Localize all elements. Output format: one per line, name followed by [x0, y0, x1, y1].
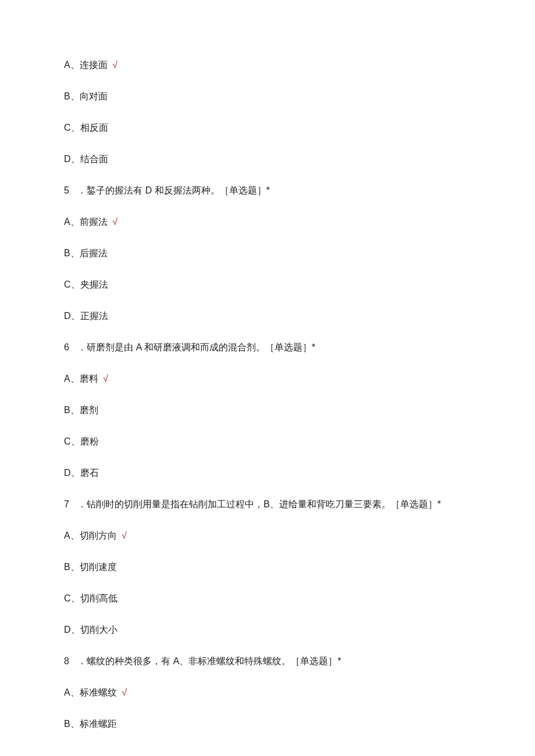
- option-q4-a: A、连接面 √: [64, 58, 471, 72]
- option-label: C、夹握法: [64, 280, 108, 289]
- option-q5-d: D、正握法: [64, 309, 471, 323]
- option-q6-d: D、磨石: [64, 466, 471, 480]
- option-label: C、切削高低: [64, 593, 117, 603]
- option-q7-c: C、切削高低: [64, 592, 471, 605]
- question-text: ．研磨剂是由 A 和研磨液调和而成的混合剂。［单选题］*: [77, 342, 315, 352]
- option-q7-a: A、切削方向 √: [64, 529, 471, 543]
- option-label: C、磨粉: [64, 436, 99, 446]
- document-page: A、连接面 √ B、向对面 C、相反面 D、结合面 5 ．錾子的握法有 D 和反…: [0, 0, 535, 756]
- question-text: ．錾子的握法有 D 和反握法两种。［单选题］*: [77, 185, 270, 195]
- option-label: C、相反面: [64, 123, 108, 132]
- option-label: B、后握法: [64, 248, 108, 258]
- check-icon: √: [112, 217, 117, 227]
- question-8: 8 ．螺纹的种类很多，有 A、非标准螺纹和特殊螺纹。［单选题］*: [64, 654, 471, 668]
- option-label: B、向对面: [64, 91, 108, 101]
- check-icon: √: [122, 687, 127, 697]
- option-label: A、切削方向: [64, 531, 117, 540]
- option-q4-b: B、向对面: [64, 89, 471, 103]
- question-6: 6 ．研磨剂是由 A 和研磨液调和而成的混合剂。［单选题］*: [64, 341, 471, 354]
- option-label: A、磨料: [64, 374, 98, 384]
- option-label: D、磨石: [64, 468, 99, 478]
- check-icon: √: [112, 60, 117, 70]
- question-number: 8: [64, 654, 69, 668]
- option-q4-c: C、相反面: [64, 121, 471, 135]
- question-text: ．螺纹的种类很多，有 A、非标准螺纹和特殊螺纹。［单选题］*: [77, 656, 341, 666]
- question-5: 5 ．錾子的握法有 D 和反握法两种。［单选题］*: [64, 184, 471, 198]
- option-label: B、标准螺距: [64, 719, 117, 729]
- question-number: 5: [64, 184, 69, 198]
- option-label: B、切削速度: [64, 562, 117, 572]
- check-icon: √: [122, 531, 127, 540]
- option-label: B、磨剂: [64, 405, 98, 415]
- option-q6-b: B、磨剂: [64, 403, 471, 417]
- question-7: 7 ．钻削时的切削用量是指在钻削加工过程中，B、进给量和背吃刀量三要素。［单选题…: [64, 497, 471, 511]
- option-q8-a: A、标准螺纹 √: [64, 686, 471, 700]
- option-label: D、切削大小: [64, 625, 117, 635]
- option-q6-a: A、磨料 √: [64, 372, 471, 386]
- option-q7-d: D、切削大小: [64, 623, 471, 637]
- option-label: A、标准螺纹: [64, 687, 117, 697]
- question-number: 7: [64, 497, 69, 511]
- question-number: 6: [64, 341, 69, 354]
- question-text: ．钻削时的切削用量是指在钻削加工过程中，B、进给量和背吃刀量三要素。［单选题］*: [77, 499, 441, 509]
- option-q5-b: B、后握法: [64, 246, 471, 260]
- option-q4-d: D、结合面: [64, 152, 471, 166]
- option-label: D、结合面: [64, 154, 108, 164]
- option-q5-a: A、前握法 √: [64, 215, 471, 229]
- option-q6-c: C、磨粉: [64, 435, 471, 449]
- option-label: D、正握法: [64, 311, 108, 321]
- option-label: A、连接面: [64, 60, 108, 70]
- option-label: A、前握法: [64, 217, 108, 227]
- option-q7-b: B、切削速度: [64, 560, 471, 574]
- option-q8-b: B、标准螺距: [64, 717, 471, 731]
- check-icon: √: [103, 374, 108, 384]
- option-q5-c: C、夹握法: [64, 278, 471, 292]
